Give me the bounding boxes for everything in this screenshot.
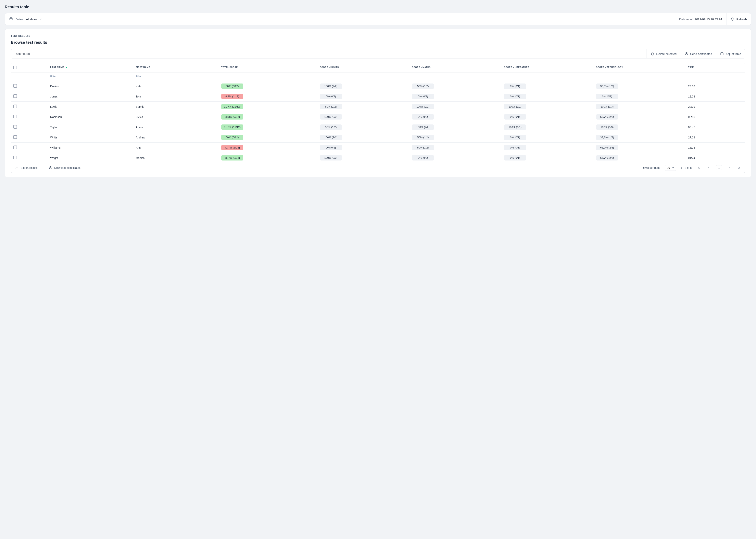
export-results-button[interactable]: Export results: [14, 165, 38, 171]
cell-score-maths: 0% (0/2): [412, 155, 434, 161]
cell-score-human: 50% (1/2): [320, 104, 342, 109]
cell-score-human: 100% (2/2): [320, 135, 342, 140]
cell-time: 27:09: [686, 132, 745, 143]
cell-score-maths: 100% (2/2): [412, 104, 434, 109]
pager-last-button[interactable]: [736, 165, 742, 170]
cell-first-name: Monica: [133, 153, 219, 163]
cell-score-literature: 0% (0/1): [504, 114, 526, 119]
pager-prev-button[interactable]: [706, 165, 711, 170]
dates-value: All dates: [26, 18, 37, 21]
select-all-checkbox[interactable]: [13, 66, 17, 69]
first-page-icon: [698, 166, 700, 169]
cell-time: 18:23: [686, 143, 745, 153]
row-checkbox[interactable]: [13, 135, 17, 139]
col-score-human[interactable]: SCORE - HUMAN: [317, 63, 410, 72]
filter-first-name[interactable]: [136, 74, 216, 79]
card-kicker: TEST RESULTS: [11, 35, 745, 38]
row-checkbox[interactable]: [13, 94, 17, 98]
cell-last-name: Robinson: [48, 112, 133, 122]
download-certificates-label: Download certificates: [54, 166, 81, 169]
row-checkbox[interactable]: [13, 84, 17, 88]
cell-first-name: Adam: [133, 122, 219, 132]
row-checkbox[interactable]: [13, 125, 17, 128]
cell-score-technology: 66,7% (2/3): [596, 145, 618, 150]
cell-score-literature: 0% (0/1): [504, 135, 526, 140]
col-total-score[interactable]: TOTAL SCORE: [219, 63, 317, 72]
row-checkbox[interactable]: [13, 115, 17, 118]
cell-first-name: Ann: [133, 143, 219, 153]
top-bar-left: Dates All dates Data as of 2021-09-13 10…: [5, 13, 726, 25]
pager-first-button[interactable]: [696, 165, 702, 170]
cell-score-technology: 66,7% (2/3): [596, 155, 618, 161]
columns-icon: [720, 52, 724, 55]
cell-score-maths: 0% (0/2): [412, 114, 434, 119]
page-title: Results table: [5, 5, 751, 9]
cell-score-human: 50% (1/2): [320, 124, 342, 130]
chevron-left-icon: [707, 166, 710, 169]
cell-score-maths: 50% (1/2): [412, 135, 434, 140]
sort-asc-icon: ▲: [65, 66, 68, 68]
cell-time: 03:47: [686, 122, 745, 132]
cell-score-literature: 0% (0/1): [504, 94, 526, 99]
refresh-button[interactable]: Refresh: [731, 17, 747, 22]
col-last-name-label: LAST NAME: [50, 66, 64, 68]
col-score-literature[interactable]: SCORE - LITERATURE: [502, 63, 594, 72]
cell-score-technology: 66,7% (2/3): [596, 114, 618, 119]
send-certificates-label: Send certificates: [690, 52, 712, 55]
delete-selected-button[interactable]: Delete selected: [647, 49, 680, 58]
cell-first-name: Kate: [133, 81, 219, 91]
cell-score-technology: 100% (3/3): [596, 104, 618, 109]
table-row: Taylor Adam 91,7% (11/12) 50% (1/2) 100%…: [11, 122, 745, 132]
results-card: TEST RESULTS Browse test results Records…: [5, 29, 751, 177]
cell-score-maths: 50% (1/2): [412, 84, 434, 89]
cell-score-human: 100% (2/2): [320, 155, 342, 161]
top-bar-right: Refresh: [726, 13, 751, 25]
data-as-of-label: Data as of: [679, 18, 693, 21]
current-page-number: 1: [716, 165, 722, 170]
row-checkbox[interactable]: [13, 145, 17, 149]
refresh-label: Refresh: [736, 18, 747, 21]
top-bar: Dates All dates Data as of 2021-09-13 10…: [5, 13, 751, 25]
col-first-name[interactable]: FIRST NAME: [133, 63, 219, 72]
cell-time: 08:55: [686, 112, 745, 122]
cell-total-score: 91,7% (11/12): [221, 104, 243, 109]
row-checkbox[interactable]: [13, 105, 17, 108]
cell-time: 01:24: [686, 153, 745, 163]
rows-per-page-select[interactable]: 20: [665, 165, 676, 171]
chevron-right-icon: [728, 166, 730, 169]
cell-first-name: Andrew: [133, 132, 219, 143]
filter-row: [11, 72, 745, 81]
adjust-table-button[interactable]: Adjust table: [716, 49, 745, 58]
chevron-down-icon: [671, 166, 674, 169]
row-checkbox[interactable]: [13, 156, 17, 159]
filter-last-name[interactable]: [50, 74, 131, 79]
cell-score-literature: 100% (1/1): [504, 124, 526, 130]
table-row: Lewis Sophie 91,7% (11/12) 50% (1/2) 100…: [11, 102, 745, 112]
data-as-of-timestamp: 2021-09-13 10:35:24: [695, 18, 722, 21]
chevron-down-icon: [39, 18, 42, 21]
col-score-technology[interactable]: SCORE - TECHNOLOGY: [594, 63, 686, 72]
svg-rect-0: [10, 18, 12, 20]
cell-score-human: 0% (0/2): [320, 145, 342, 150]
cell-score-technology: 100% (3/3): [596, 124, 618, 130]
col-time[interactable]: TIME: [686, 63, 745, 72]
cell-total-score: 66,7% (8/12): [221, 155, 243, 161]
cell-last-name: Taylor: [48, 122, 133, 132]
dates-dropdown[interactable]: All dates: [26, 18, 42, 21]
table-row: Wright Monica 66,7% (8/12) 100% (2/2) 0%…: [11, 153, 745, 163]
cell-score-technology: 33,3% (1/3): [596, 84, 618, 89]
last-page-icon: [738, 166, 740, 169]
cell-score-maths: 0% (0/2): [412, 94, 434, 99]
col-last-name[interactable]: LAST NAME ▲: [48, 63, 133, 72]
records-count: Records (8): [11, 49, 647, 58]
export-results-label: Export results: [21, 166, 37, 169]
dates-label: Dates: [16, 18, 23, 21]
pager-next-button[interactable]: [727, 165, 732, 170]
refresh-icon: [731, 17, 734, 21]
col-score-maths[interactable]: SCORE - MATHS: [409, 63, 502, 72]
send-certificates-button[interactable]: Send certificates: [681, 49, 716, 58]
cell-score-maths: 100% (2/2): [412, 124, 434, 130]
cell-total-score: 50% (6/12): [221, 135, 243, 140]
download-certificates-button[interactable]: Download certificates: [48, 165, 81, 171]
table-row: Robinson Sylvia 58,3% (7/12) 100% (2/2) …: [11, 112, 745, 122]
